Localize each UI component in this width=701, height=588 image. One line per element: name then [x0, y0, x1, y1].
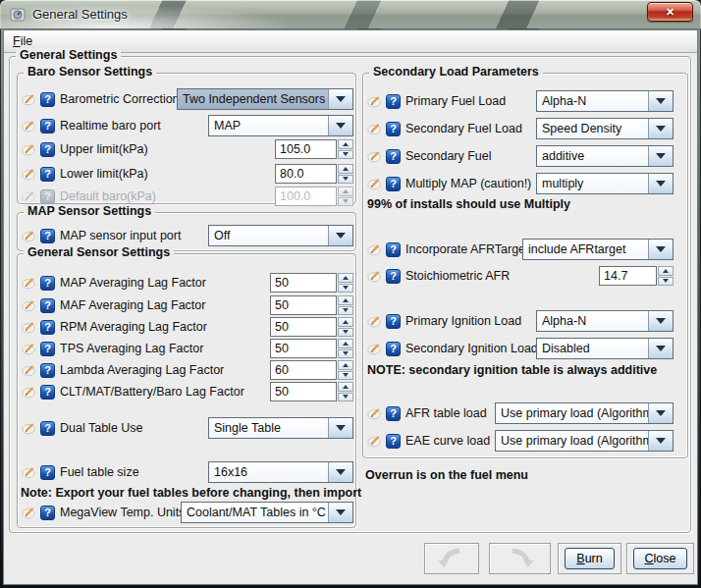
- megaview-temp-units-select[interactable]: Coolant/MAT Tables in °C: [181, 502, 353, 523]
- multiply-map-select[interactable]: multiply: [536, 173, 674, 194]
- help-icon[interactable]: ?: [40, 342, 55, 356]
- secondary-fuel-select[interactable]: additive: [536, 145, 674, 167]
- combo-arrow-button[interactable]: [328, 116, 352, 135]
- spinner-up-button[interactable]: [338, 339, 353, 348]
- undo-button: [424, 543, 479, 574]
- lambda-lag-spinner: 60: [270, 360, 353, 380]
- help-icon[interactable]: ?: [386, 314, 401, 329]
- spinner-value[interactable]: 80.0: [275, 164, 337, 184]
- field-label: Upper limit(kPa): [60, 142, 148, 156]
- spinner-up-button[interactable]: [338, 139, 353, 149]
- spinner-value[interactable]: 50: [270, 273, 337, 293]
- realtime-baro-port-select[interactable]: MAP: [208, 115, 353, 136]
- help-icon[interactable]: ?: [40, 298, 55, 313]
- combo-arrow-button[interactable]: [648, 240, 673, 259]
- combo-arrow-button[interactable]: [328, 503, 352, 522]
- row-upper-limit: ? Upper limit(kPa) 105.0: [22, 138, 353, 160]
- help-icon[interactable]: ?: [386, 342, 401, 356]
- spinner-up-button[interactable]: [338, 360, 353, 370]
- help-icon[interactable]: ?: [386, 149, 401, 164]
- secondary-fuel-load-select[interactable]: Speed Density: [536, 118, 674, 139]
- help-icon[interactable]: ?: [40, 465, 55, 480]
- spinner-value[interactable]: 50: [270, 295, 337, 315]
- combo-arrow-button[interactable]: [648, 91, 673, 111]
- eae-curve-load-select[interactable]: Use primary load (Algorithm): [495, 430, 674, 452]
- help-icon[interactable]: ?: [40, 320, 55, 335]
- combo-arrow-button[interactable]: [328, 462, 352, 482]
- burn-button[interactable]: Burn: [565, 548, 615, 569]
- help-icon[interactable]: ?: [386, 122, 401, 136]
- spinner-up-button[interactable]: [338, 295, 353, 305]
- help-icon[interactable]: ?: [40, 119, 55, 134]
- combo-arrow-button[interactable]: [648, 431, 673, 451]
- spinner-value: 100.0: [275, 187, 337, 206]
- selected-value: MAP: [209, 116, 328, 135]
- help-icon[interactable]: ?: [386, 406, 401, 421]
- help-icon[interactable]: ?: [386, 434, 401, 449]
- close-button[interactable]: Close: [633, 548, 687, 569]
- combo-arrow-button[interactable]: [648, 403, 673, 423]
- spinner-up-button[interactable]: [338, 273, 353, 283]
- help-icon[interactable]: ?: [386, 177, 401, 191]
- help-icon[interactable]: ?: [40, 167, 55, 182]
- spinner-down-button[interactable]: [338, 328, 353, 338]
- spinner-value[interactable]: 50: [270, 339, 337, 358]
- help-icon[interactable]: ?: [386, 269, 401, 284]
- map-sensor-input-port-select[interactable]: Off: [208, 225, 353, 246]
- spinner-up-button[interactable]: [338, 164, 353, 174]
- spinner-value[interactable]: 60: [270, 360, 337, 380]
- help-icon[interactable]: ?: [40, 385, 55, 400]
- spinner-down-button[interactable]: [338, 284, 353, 294]
- combo-arrow-button[interactable]: [648, 146, 673, 166]
- help-icon[interactable]: ?: [40, 229, 55, 243]
- help-icon[interactable]: ?: [40, 506, 55, 520]
- primary-fuel-load-select[interactable]: Alpha-N: [536, 90, 674, 112]
- spinner-down-button[interactable]: [338, 150, 353, 160]
- combo-arrow-button[interactable]: [648, 119, 673, 138]
- field-label: TPS Averaging Lag Factor: [60, 342, 203, 355]
- dual-table-use-select[interactable]: Single Table: [208, 417, 353, 439]
- spinner-value[interactable]: 105.0: [275, 139, 337, 159]
- combo-arrow-button[interactable]: [328, 226, 352, 245]
- menu-file[interactable]: File: [13, 34, 32, 48]
- help-icon[interactable]: ?: [40, 363, 55, 378]
- combo-arrow-button[interactable]: [328, 89, 352, 109]
- spinner-up-button[interactable]: [338, 382, 353, 392]
- edit-pencil-icon: [22, 167, 37, 181]
- field-label: Stoichiometric AFR: [405, 269, 510, 283]
- help-icon[interactable]: ?: [386, 242, 401, 257]
- spinner-down-button[interactable]: [338, 349, 353, 359]
- combo-arrow-button[interactable]: [648, 174, 673, 193]
- combo-arrow-button[interactable]: [648, 311, 673, 331]
- spinner-down-button[interactable]: [338, 175, 353, 185]
- spinner-value[interactable]: 50: [270, 317, 337, 337]
- afr-table-load-select[interactable]: Use primary load (Algorithm): [495, 402, 674, 424]
- combo-arrow-button[interactable]: [648, 339, 673, 358]
- help-icon[interactable]: ?: [40, 276, 55, 291]
- primary-ignition-load-select[interactable]: Alpha-N: [536, 310, 674, 332]
- spinner-value[interactable]: 14.7: [599, 266, 657, 286]
- close-window-button[interactable]: ✕: [647, 2, 693, 22]
- help-icon[interactable]: ?: [40, 142, 55, 157]
- secondary-ignition-load-select[interactable]: Disabled: [536, 338, 674, 359]
- spinner-down-button[interactable]: [338, 393, 353, 402]
- spinner-value[interactable]: 50: [270, 382, 337, 401]
- incorporate-afrtarget-select[interactable]: include AFRtarget: [522, 239, 674, 260]
- spinner-up-button[interactable]: [658, 266, 674, 276]
- row-megaview-temp-units: ? MegaView Temp. Units Coolant/MAT Table…: [22, 502, 353, 523]
- fuel-table-size-select[interactable]: 16x16: [208, 461, 353, 483]
- edit-pencil-icon: [22, 119, 37, 133]
- spinner-down-button[interactable]: [338, 306, 353, 316]
- spinner-down-button[interactable]: [338, 371, 353, 381]
- help-icon[interactable]: ?: [386, 94, 401, 109]
- field-label: Fuel table size: [60, 465, 139, 479]
- spinner-down-button[interactable]: [658, 277, 674, 287]
- group-general-sensor-settings: General Sensor Settings ? MAP Averaging …: [17, 253, 356, 528]
- combo-arrow-button[interactable]: [328, 418, 352, 438]
- spinner-up-button[interactable]: [338, 317, 353, 327]
- help-icon[interactable]: ?: [40, 421, 55, 436]
- row-dual-table-use: ? Dual Table Use Single Table: [22, 417, 353, 439]
- title-bar[interactable]: General Settings ✕: [0, 0, 701, 29]
- help-icon[interactable]: ?: [40, 92, 55, 107]
- barometric-correction-select[interactable]: Two Independent Sensors: [177, 88, 353, 110]
